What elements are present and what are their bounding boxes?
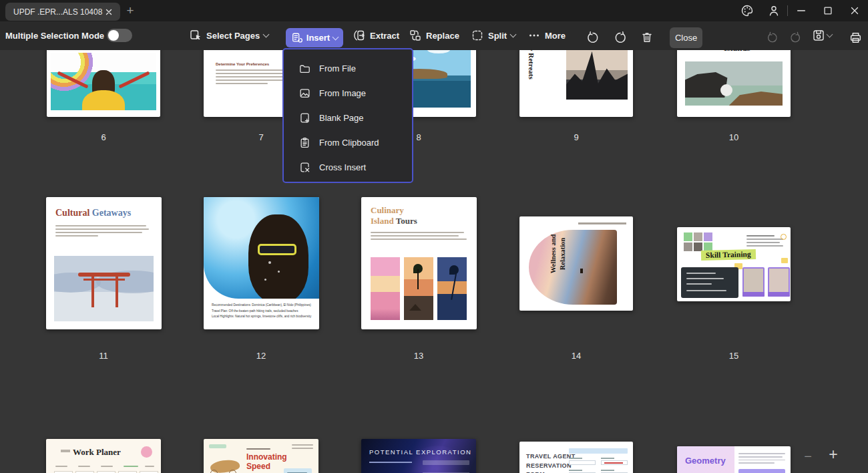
page-number: 11 xyxy=(89,351,118,361)
page-thumbnail-17[interactable]: InnovatingSpeed xyxy=(204,439,318,473)
page-number: 15 xyxy=(719,351,748,361)
menu-item-blank-page[interactable]: Blank Page xyxy=(284,106,412,130)
palm-sunset-photo xyxy=(404,257,433,320)
page-number: 10 xyxy=(719,132,748,142)
more-button[interactable]: More xyxy=(527,25,566,45)
menu-item-cross-insert[interactable]: Cross Insert xyxy=(284,155,412,180)
page-thumbnail-9[interactable]: y Retreats xyxy=(519,50,633,117)
split-icon xyxy=(471,29,484,42)
chevron-down-icon xyxy=(263,31,270,38)
save-icon xyxy=(812,29,825,42)
cross-insert-icon xyxy=(299,162,310,173)
page-number: 14 xyxy=(562,351,591,361)
page-thumbnail-14[interactable]: Wellness andRelaxation xyxy=(519,216,633,311)
select-pages-button[interactable]: Select Pages xyxy=(189,25,268,45)
page-thumbnail-6[interactable]: HOTEL UTOPIA xyxy=(47,50,160,117)
page-number: 6 xyxy=(89,132,118,142)
sun-icon xyxy=(781,234,787,240)
toggle-knob xyxy=(108,30,119,41)
palette-icon xyxy=(740,4,754,17)
minimize-button[interactable] xyxy=(788,0,815,21)
extract-button[interactable]: Extract xyxy=(353,25,399,45)
menu-item-from-clipboard[interactable]: From Clipboard xyxy=(284,130,412,155)
clipboard-icon xyxy=(299,137,310,148)
page-thumbnail-12[interactable]: Recommended Destinations: Dominica (Cari… xyxy=(204,197,319,329)
chevron-down-icon xyxy=(333,33,339,40)
user-icon xyxy=(767,4,781,17)
replace-button[interactable]: Replace xyxy=(409,25,459,45)
save-button[interactable] xyxy=(812,25,832,45)
page-thumbnail-15[interactable]: Skill Training xyxy=(677,227,791,301)
page-thumbnail-20[interactable]: Geometry xyxy=(677,446,791,473)
zoom-in-button[interactable]: + xyxy=(823,446,843,463)
more-icon xyxy=(527,29,541,42)
menu-item-from-file[interactable]: From File xyxy=(284,56,412,81)
sunset-photo xyxy=(371,257,400,320)
thumbnail-title: TRAVEL AGENT RESERVATION FORM xyxy=(526,452,576,473)
maximize-button[interactable] xyxy=(815,0,841,21)
thumbnail-title: Wellness andRelaxation xyxy=(521,216,596,291)
insert-button[interactable]: Insert xyxy=(286,28,343,47)
page-thumbnail-11[interactable]: Cultural Getaways xyxy=(46,197,162,329)
thumbnail-text-lines xyxy=(55,225,149,239)
theme-palette-button[interactable] xyxy=(734,0,761,21)
zoom-out-button[interactable]: − xyxy=(798,448,818,465)
close-organize-button[interactable]: Close xyxy=(670,27,702,48)
photo-frame xyxy=(768,267,790,297)
thumbnail-text-lines: Recommended Destinations: Dominica (Cari… xyxy=(212,303,311,320)
updf-window: HOTEL UTOPIA Determine Your Preferences xyxy=(0,0,868,473)
menu-item-from-image[interactable]: From Image xyxy=(284,81,412,106)
trash-icon xyxy=(640,31,654,44)
chevron-down-icon xyxy=(510,31,517,38)
page-number: 9 xyxy=(562,132,591,142)
insert-dropdown-menu: From File From Image Blank Page From Cli… xyxy=(282,48,413,183)
page-thumbnails-canvas: HOTEL UTOPIA Determine Your Preferences xyxy=(0,50,868,473)
page-thumbnail-19[interactable]: TRAVEL AGENT RESERVATION FORM xyxy=(519,442,633,473)
new-tab-button[interactable]: + xyxy=(122,2,139,19)
thumbnail-title: POTENTIAL EXPLORATION xyxy=(369,448,471,456)
page-thumbnail-18[interactable]: POTENTIAL EXPLORATION xyxy=(361,439,476,473)
redo-button[interactable] xyxy=(610,27,630,47)
page-thumbnail-16[interactable]: Work Planer xyxy=(46,439,161,473)
thumbnail-title: Culinary Island Tours xyxy=(371,205,417,227)
sea-stacks-photo xyxy=(566,50,628,100)
window-close-button[interactable] xyxy=(841,0,868,21)
replace-icon xyxy=(409,29,422,42)
multiple-selection-toggle[interactable] xyxy=(107,29,132,42)
thumbnail-title: Geometry xyxy=(685,456,726,466)
print-icon xyxy=(849,31,863,45)
chalkboard-art xyxy=(681,267,738,298)
delete-pages-button[interactable] xyxy=(637,27,657,47)
thumbnail-text-lines xyxy=(738,453,785,466)
insert-icon xyxy=(291,32,303,44)
photo-frame xyxy=(742,267,765,297)
split-button[interactable]: Split xyxy=(471,25,515,45)
undo-disabled-button[interactable] xyxy=(762,27,782,47)
page-thumbnail-10[interactable]: Islands xyxy=(677,50,791,117)
thumbnail-title: Work Planer xyxy=(73,447,121,458)
folder-icon xyxy=(299,63,310,74)
account-button[interactable] xyxy=(761,0,787,21)
select-pages-icon xyxy=(189,29,202,42)
tab-close-icon[interactable] xyxy=(103,6,115,18)
page-number: 13 xyxy=(404,351,433,361)
callout-panel xyxy=(284,468,312,473)
multiple-selection-mode-label: Multiple Selection Mode xyxy=(5,25,104,45)
undo-button[interactable] xyxy=(582,27,602,47)
thumbnail-title: Skill Training xyxy=(701,249,756,261)
image-icon xyxy=(299,88,310,99)
redo-disabled-button[interactable] xyxy=(785,27,805,47)
page-thumbnail-13[interactable]: Culinary Island Tours xyxy=(361,197,477,329)
torii-gate-photo xyxy=(54,256,154,321)
kayak-photo xyxy=(51,53,156,110)
document-tab-title: UPDF .EPR...ALS 10408 xyxy=(13,7,103,17)
thumbnail-title: InnovatingSpeed xyxy=(246,452,287,472)
titlebar: UPDF .EPR...ALS 10408 + xyxy=(0,0,868,21)
page-number: 7 xyxy=(246,132,276,142)
print-button[interactable] xyxy=(845,27,865,47)
page-number: 12 xyxy=(246,351,276,361)
blank-page-icon xyxy=(299,112,310,124)
thumbnail-title: Cultural Getaways xyxy=(55,208,131,218)
thumbnail-text-lines xyxy=(371,232,467,242)
document-tab[interactable]: UPDF .EPR...ALS 10408 xyxy=(5,3,120,21)
